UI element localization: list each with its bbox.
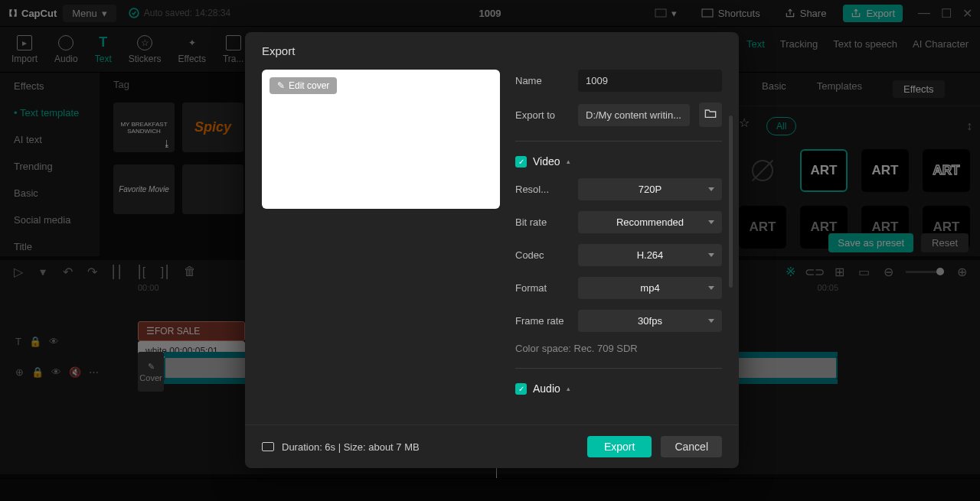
bitrate-dropdown[interactable]: Recommended [578, 211, 722, 233]
film-icon [262, 442, 274, 451]
dialog-footer: Duration: 6s | Size: about 7 MB Export C… [245, 425, 739, 468]
dialog-actions: Export Cancel [587, 436, 722, 457]
cancel-button[interactable]: Cancel [661, 436, 722, 457]
resolution-label: Resol... [515, 184, 569, 195]
duration-info: Duration: 6s | Size: about 7 MB [262, 441, 420, 453]
format-dropdown[interactable]: mp4 [578, 277, 722, 299]
exportto-path[interactable]: D:/My content writin... [578, 104, 690, 126]
bitrate-label: Bit rate [515, 216, 569, 228]
collapse-icon: ▴ [567, 385, 570, 392]
name-input[interactable] [578, 70, 722, 92]
name-label: Name [515, 75, 569, 86]
settings-scrollbar[interactable] [729, 115, 733, 288]
format-row: Format mp4 [515, 277, 722, 299]
edit-cover-button[interactable]: ✎ Edit cover [270, 77, 337, 94]
framerate-dropdown[interactable]: 30fps [578, 310, 722, 332]
duration-text: Duration: 6s | Size: about 7 MB [282, 441, 420, 453]
video-section-label: Video [533, 155, 560, 168]
format-label: Format [515, 282, 569, 294]
collapse-icon: ▴ [567, 158, 570, 165]
export-settings: Name Export to D:/My content writin... ✓… [515, 70, 722, 425]
divider [515, 141, 722, 142]
video-checkbox[interactable]: ✓ [515, 156, 527, 168]
export-dialog: Export ✎ Edit cover Name Export to D:/My… [245, 32, 739, 468]
audio-section-header[interactable]: ✓ Audio ▴ [515, 382, 722, 395]
folder-icon [704, 108, 717, 119]
codec-label: Codec [515, 249, 569, 261]
resolution-dropdown[interactable]: 720P [578, 178, 722, 200]
preview-box: ✎ Edit cover [262, 70, 500, 209]
exportto-row: Export to D:/My content writin... [515, 102, 722, 127]
edit-cover-label: Edit cover [289, 80, 329, 91]
dialog-title: Export [245, 32, 739, 70]
name-row: Name [515, 70, 722, 92]
divider [515, 368, 722, 369]
colorspace-text: Color space: Rec. 709 SDR [515, 343, 722, 354]
resolution-row: Resol... 720P [515, 178, 722, 200]
path-text: D:/My content writin... [586, 109, 681, 121]
video-section-header[interactable]: ✓ Video ▴ [515, 155, 722, 168]
audio-checkbox[interactable]: ✓ [515, 383, 527, 395]
codec-dropdown[interactable]: H.264 [578, 244, 722, 266]
bitrate-row: Bit rate Recommended [515, 211, 722, 233]
framerate-label: Frame rate [515, 315, 569, 327]
framerate-row: Frame rate 30fps [515, 310, 722, 332]
exportto-label: Export to [515, 109, 569, 121]
export-confirm-button[interactable]: Export [587, 436, 652, 457]
audio-section-label: Audio [533, 382, 560, 395]
browse-folder-button[interactable] [699, 102, 722, 127]
dialog-body: ✎ Edit cover Name Export to D:/My conten… [245, 70, 739, 425]
codec-row: Codec H.264 [515, 244, 722, 266]
pencil-icon: ✎ [277, 80, 285, 91]
